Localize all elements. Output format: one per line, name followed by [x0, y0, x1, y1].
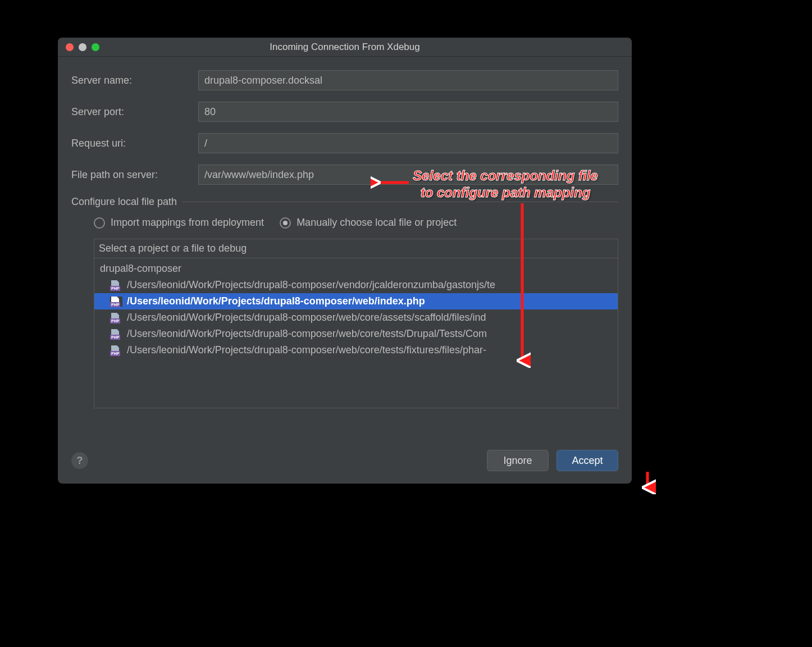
request-uri-label: Request uri:: [71, 138, 198, 149]
tree-item[interactable]: /Users/leonid/Work/Projects/drupal8-comp…: [94, 342, 618, 358]
tree-body: drupal8-composer /Users/leonid/Work/Proj…: [94, 258, 618, 361]
import-radio-group[interactable]: Import mappings from deployment: [94, 217, 264, 229]
file-tree: Select a project or a file to debug drup…: [94, 239, 618, 408]
xdebug-dialog: Incoming Connection From Xdebug Server n…: [58, 38, 632, 484]
tree-item-path: /Users/leonid/Work/Projects/drupal8-comp…: [127, 344, 486, 356]
server-port-label: Server port:: [71, 106, 198, 118]
arrow-down-to-accept-icon: [639, 471, 656, 494]
tree-item-path: /Users/leonid/Work/Projects/drupal8-comp…: [127, 295, 425, 307]
close-icon[interactable]: [66, 43, 74, 51]
request-uri-input[interactable]: [198, 133, 618, 153]
tree-root[interactable]: drupal8-composer: [94, 261, 618, 277]
tree-header: Select a project or a file to debug: [94, 239, 618, 258]
server-name-input[interactable]: [198, 70, 618, 90]
dialog-footer: ? Ignore Accept: [58, 440, 632, 484]
configure-section-title: Configure local file path: [71, 196, 618, 208]
manual-radio-group[interactable]: Manually choose local file or project: [280, 217, 457, 229]
php-file-icon: [110, 297, 122, 307]
ignore-button[interactable]: Ignore: [487, 450, 549, 471]
help-button[interactable]: ?: [71, 452, 88, 469]
server-port-row: Server port:: [71, 102, 618, 122]
tree-item[interactable]: /Users/leonid/Work/Projects/drupal8-comp…: [94, 309, 618, 326]
php-file-icon: [110, 280, 122, 290]
tree-item-path: /Users/leonid/Work/Projects/drupal8-comp…: [127, 328, 487, 340]
file-path-label: File path on server:: [71, 169, 198, 181]
minimize-icon[interactable]: [79, 43, 86, 51]
file-path-input[interactable]: [198, 165, 618, 185]
tree-item[interactable]: /Users/leonid/Work/Projects/drupal8-comp…: [94, 277, 618, 293]
maximize-icon[interactable]: [92, 43, 99, 51]
server-port-input[interactable]: [198, 102, 618, 122]
dialog-content: Server name: Server port: Request uri: F…: [58, 57, 632, 440]
import-radio-label: Import mappings from deployment: [111, 217, 264, 229]
tree-item[interactable]: /Users/leonid/Work/Projects/drupal8-comp…: [94, 293, 618, 309]
php-file-icon: [110, 313, 122, 323]
tree-item-path: /Users/leonid/Work/Projects/drupal8-comp…: [127, 312, 486, 324]
traffic-lights: [58, 43, 99, 51]
php-file-icon: [110, 345, 122, 356]
request-uri-row: Request uri:: [71, 133, 618, 153]
tree-item-path: /Users/leonid/Work/Projects/drupal8-comp…: [127, 279, 495, 291]
accept-button[interactable]: Accept: [556, 450, 618, 471]
manual-radio-label: Manually choose local file or project: [296, 217, 457, 229]
titlebar: Incoming Connection From Xdebug: [58, 38, 632, 57]
manual-radio[interactable]: [280, 217, 291, 229]
import-radio[interactable]: [94, 217, 105, 229]
tree-item[interactable]: /Users/leonid/Work/Projects/drupal8-comp…: [94, 326, 618, 342]
dialog-title: Incoming Connection From Xdebug: [58, 42, 632, 53]
radio-row: Import mappings from deployment Manually…: [71, 217, 618, 229]
server-name-row: Server name:: [71, 70, 618, 90]
file-path-row: File path on server:: [71, 165, 618, 185]
php-file-icon: [110, 329, 122, 339]
server-name-label: Server name:: [71, 75, 198, 86]
